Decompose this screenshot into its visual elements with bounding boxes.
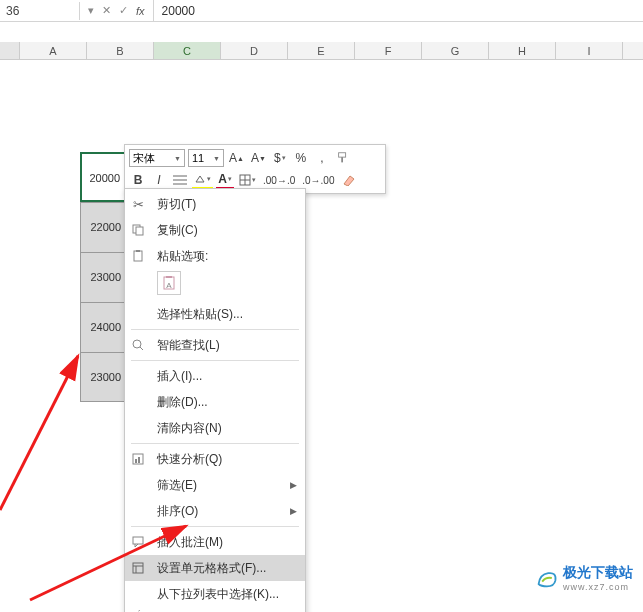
cut-menu-item[interactable]: ✂ 剪切(T) [125, 191, 305, 217]
font-color-icon[interactable]: A▾ [216, 171, 234, 189]
filter-menu-item[interactable]: 筛选(E) ▶ [125, 472, 305, 498]
bold-icon[interactable]: B [129, 171, 147, 189]
paste-special-menu-item[interactable]: 选择性粘贴(S)... [125, 301, 305, 327]
chevron-right-icon: ▶ [290, 480, 297, 490]
accounting-format-icon[interactable]: $▾ [271, 149, 289, 167]
watermark-url: www.xz7.com [563, 582, 633, 592]
delete-menu-item[interactable]: 删除(D)... [125, 389, 305, 415]
col-hdr-h[interactable]: H [489, 42, 556, 59]
svg-rect-11 [136, 250, 140, 252]
paste-options-label: 粘贴选项: [125, 243, 305, 269]
svg-rect-10 [134, 251, 142, 261]
enter-icon[interactable]: ✓ [119, 4, 128, 17]
decrease-font-icon[interactable]: A▼ [249, 149, 268, 167]
col-hdr-d[interactable]: D [221, 42, 288, 59]
svg-line-25 [0, 356, 78, 510]
increase-font-icon[interactable]: A▲ [227, 149, 246, 167]
smart-lookup-menu-item[interactable]: 智能查找(L) [125, 332, 305, 358]
svg-rect-9 [136, 227, 143, 235]
copy-menu-item[interactable]: 复制(C) [125, 217, 305, 243]
cell[interactable]: 24000 [80, 302, 126, 352]
align-icon[interactable] [171, 171, 189, 189]
decrease-decimal-icon[interactable]: .00→.0 [261, 171, 297, 189]
copy-icon [129, 221, 147, 239]
paste-icon [129, 247, 147, 265]
col-hdr-i[interactable]: I [556, 42, 623, 59]
svg-rect-0 [339, 153, 346, 157]
paste-options: A [125, 269, 305, 301]
svg-point-15 [133, 340, 141, 348]
name-box[interactable]: 36 [0, 2, 80, 20]
search-icon [129, 336, 147, 354]
format-cells-icon [129, 559, 147, 577]
insert-menu-item[interactable]: 插入(I)... [125, 363, 305, 389]
col-hdr-c[interactable]: C [154, 42, 221, 59]
chevron-right-icon: ▶ [290, 506, 297, 516]
cell-active[interactable]: 20000 [80, 152, 126, 202]
svg-rect-21 [133, 563, 143, 573]
mini-toolbar: 宋体▼ 11▼ A▲ A▼ $▾ % , B I ▾ A▾ [124, 144, 386, 194]
comment-icon [129, 533, 147, 551]
watermark-logo-icon [535, 566, 559, 590]
quick-analysis-icon [129, 450, 147, 468]
show-phonetic-menu-item[interactable]: wén文 显示拼音字段(S) [125, 607, 305, 612]
col-hdr-e[interactable]: E [288, 42, 355, 59]
svg-text:A: A [166, 281, 172, 290]
svg-rect-13 [166, 276, 172, 278]
data-column: 20000 22000 23000 24000 23000 [80, 152, 126, 402]
fill-color-icon[interactable]: ▾ [192, 171, 213, 189]
paste-option-default[interactable]: A [157, 271, 181, 295]
italic-icon[interactable]: I [150, 171, 168, 189]
increase-decimal-icon[interactable]: .0→.00 [300, 171, 336, 189]
svg-rect-1 [341, 157, 343, 162]
col-hdr-b[interactable]: B [87, 42, 154, 59]
watermark: 极光下载站 www.xz7.com [535, 564, 633, 592]
worksheet[interactable]: 20000 22000 23000 24000 23000 宋体▼ 11▼ A▲… [0, 60, 643, 600]
formula-bar: 36 ▾ ✕ ✓ fx 20000 [0, 0, 643, 22]
svg-rect-19 [138, 457, 140, 463]
formula-input[interactable]: 20000 [154, 2, 643, 20]
cell[interactable]: 23000 [80, 252, 126, 302]
fx-icon[interactable]: fx [136, 5, 145, 17]
col-hdr-f[interactable]: F [355, 42, 422, 59]
column-headers: A B C D E F G H I [0, 42, 643, 60]
dropdown-icon[interactable]: ▾ [88, 4, 94, 17]
select-all-corner[interactable] [0, 42, 20, 59]
borders-icon[interactable]: ▾ [237, 171, 258, 189]
cell[interactable]: 22000 [80, 202, 126, 252]
clear-format-icon[interactable] [340, 171, 358, 189]
font-size-select[interactable]: 11▼ [188, 149, 224, 167]
format-cells-menu-item[interactable]: 设置单元格格式(F)... [125, 555, 305, 581]
pick-from-list-menu-item[interactable]: 从下拉列表中选择(K)... [125, 581, 305, 607]
watermark-title: 极光下载站 [563, 564, 633, 582]
col-hdr-a[interactable]: A [20, 42, 87, 59]
font-name-select[interactable]: 宋体▼ [129, 149, 185, 167]
formula-controls: ▾ ✕ ✓ fx [80, 0, 154, 21]
svg-line-16 [140, 347, 143, 350]
scissors-icon: ✂ [129, 195, 147, 213]
svg-rect-20 [133, 537, 143, 544]
percent-icon[interactable]: % [292, 149, 310, 167]
col-hdr-g[interactable]: G [422, 42, 489, 59]
quick-analysis-menu-item[interactable]: 快速分析(Q) [125, 446, 305, 472]
insert-comment-menu-item[interactable]: 插入批注(M) [125, 529, 305, 555]
comma-icon[interactable]: , [313, 149, 331, 167]
context-menu: ✂ 剪切(T) 复制(C) 粘贴选项: A 选择性粘贴(S)... [124, 188, 306, 612]
sort-menu-item[interactable]: 排序(O) ▶ [125, 498, 305, 524]
svg-rect-18 [135, 459, 137, 463]
clear-menu-item[interactable]: 清除内容(N) [125, 415, 305, 441]
format-painter-icon[interactable] [334, 149, 352, 167]
cancel-icon[interactable]: ✕ [102, 4, 111, 17]
cell[interactable]: 23000 [80, 352, 126, 402]
